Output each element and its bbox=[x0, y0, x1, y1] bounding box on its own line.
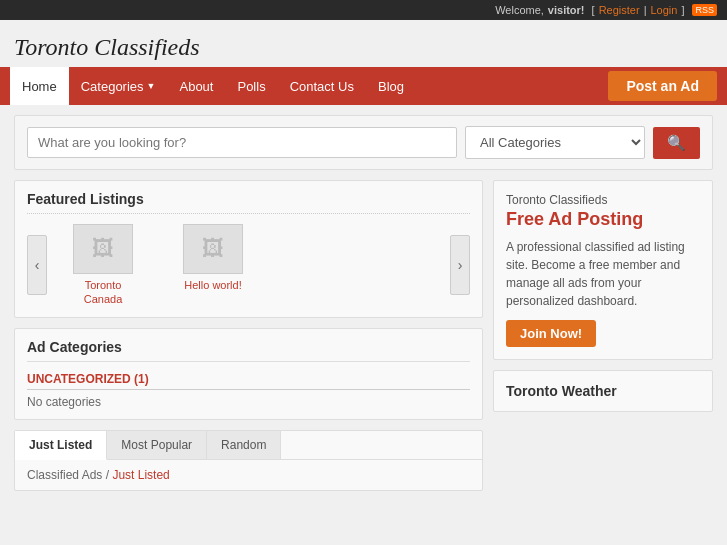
welcome-text: Welcome, bbox=[495, 4, 544, 16]
content-left: Featured Listings ‹ 🖼 Toronto Canada 🖼 bbox=[14, 180, 483, 491]
tab-content: Classified Ads / Just Listed bbox=[15, 460, 482, 490]
site-header: Toronto Classifieds bbox=[0, 20, 727, 67]
featured-listings-box: Featured Listings ‹ 🖼 Toronto Canada 🖼 bbox=[14, 180, 483, 318]
login-link[interactable]: Login bbox=[651, 4, 678, 16]
listing-thumb-0: 🖼 bbox=[73, 224, 133, 274]
breadcrumb-link[interactable]: Just Listed bbox=[112, 468, 169, 482]
promo-site-name: Toronto Classifieds bbox=[506, 193, 700, 207]
carousel-items: 🖼 Toronto Canada 🖼 Hello world! bbox=[53, 224, 444, 307]
site-title: Toronto Classifieds bbox=[14, 34, 713, 61]
rss-icon: RSS bbox=[692, 4, 717, 16]
uncategorized-label[interactable]: UNCATEGORIZED (1) bbox=[27, 372, 470, 390]
featured-carousel: ‹ 🖼 Toronto Canada 🖼 Hello w bbox=[27, 224, 470, 307]
search-input[interactable] bbox=[27, 127, 457, 158]
post-ad-button[interactable]: Post an Ad bbox=[608, 71, 717, 101]
join-now-button[interactable]: Join Now! bbox=[506, 320, 596, 347]
content-right: Toronto Classifieds Free Ad Posting A pr… bbox=[493, 180, 713, 491]
categories-dropdown-arrow: ▼ bbox=[147, 81, 156, 91]
nav-item-about[interactable]: About bbox=[167, 67, 225, 105]
listing-title-1[interactable]: Hello world! bbox=[184, 278, 241, 292]
content-area: Featured Listings ‹ 🖼 Toronto Canada 🖼 bbox=[14, 180, 713, 491]
featured-listings-title: Featured Listings bbox=[27, 191, 470, 214]
carousel-prev-arrow[interactable]: ‹ bbox=[27, 235, 47, 295]
listing-thumb-1: 🖼 bbox=[183, 224, 243, 274]
nav-item-polls[interactable]: Polls bbox=[225, 67, 277, 105]
weather-box: Toronto Weather bbox=[493, 370, 713, 412]
nav-spacer bbox=[416, 67, 608, 105]
search-button[interactable]: 🔍 bbox=[653, 127, 700, 159]
ad-categories-title: Ad Categories bbox=[27, 339, 470, 362]
ad-categories-box: Ad Categories UNCATEGORIZED (1) No categ… bbox=[14, 328, 483, 420]
image-placeholder-icon: 🖼 bbox=[202, 236, 224, 262]
nav-item-blog[interactable]: Blog bbox=[366, 67, 416, 105]
nav-item-home[interactable]: Home bbox=[10, 67, 69, 105]
listing-item: 🖼 Hello world! bbox=[163, 224, 263, 307]
tab-most-popular[interactable]: Most Popular bbox=[107, 431, 207, 459]
carousel-next-arrow[interactable]: › bbox=[450, 235, 470, 295]
tab-header: Just Listed Most Popular Random bbox=[15, 431, 482, 460]
register-link[interactable]: Register bbox=[599, 4, 640, 16]
nav-bar: Home Categories ▼ About Polls Contact Us… bbox=[0, 67, 727, 105]
listing-item: 🖼 Toronto Canada bbox=[53, 224, 153, 307]
image-placeholder-icon: 🖼 bbox=[92, 236, 114, 262]
main-wrapper: Toronto Classifieds Home Categories ▼ Ab… bbox=[0, 20, 727, 545]
visitor-name: visitor! bbox=[548, 4, 585, 16]
promo-title: Free Ad Posting bbox=[506, 209, 700, 230]
tab-random[interactable]: Random bbox=[207, 431, 281, 459]
breadcrumb-prefix: Classified Ads / bbox=[27, 468, 112, 482]
listing-title-0[interactable]: Toronto Canada bbox=[84, 278, 123, 307]
nav-item-categories[interactable]: Categories ▼ bbox=[69, 67, 168, 105]
search-section: All Categories 🔍 bbox=[14, 115, 713, 170]
tabs-box: Just Listed Most Popular Random Classifi… bbox=[14, 430, 483, 491]
tab-breadcrumb: Classified Ads / Just Listed bbox=[27, 468, 170, 482]
top-bar: Welcome, visitor! [ Register | Login ] R… bbox=[0, 0, 727, 20]
nav-item-contact[interactable]: Contact Us bbox=[278, 67, 366, 105]
promo-description: A professional classified ad listing sit… bbox=[506, 238, 700, 310]
weather-title: Toronto Weather bbox=[506, 383, 700, 399]
no-categories-text: No categories bbox=[27, 395, 470, 409]
promo-box: Toronto Classifieds Free Ad Posting A pr… bbox=[493, 180, 713, 360]
tab-just-listed[interactable]: Just Listed bbox=[15, 431, 107, 460]
category-select[interactable]: All Categories bbox=[465, 126, 645, 159]
